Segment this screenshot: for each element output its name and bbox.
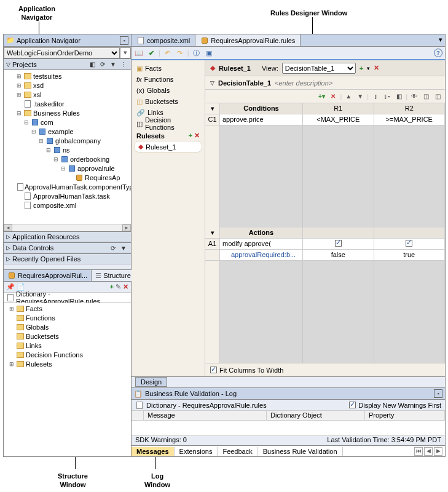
r1-condition-cell[interactable]: <MAX_PRICE	[303, 114, 374, 125]
add-ruleset-icon[interactable]: +	[189, 132, 192, 139]
scroll-right-icon[interactable]: ►	[122, 224, 131, 231]
tab-messages[interactable]: Messages	[132, 447, 175, 456]
scroll-left-icon[interactable]: ◄	[4, 224, 12, 231]
add-button[interactable]: +	[360, 65, 363, 72]
tree-node[interactable]: ⊟example	[5, 127, 130, 136]
add-icon[interactable]: +▾	[316, 92, 326, 101]
fit-columns-checkbox[interactable]	[210, 367, 217, 373]
filter-icon[interactable]: ▼	[108, 60, 118, 69]
nav-first-button[interactable]: ⏮	[414, 447, 423, 456]
col-r2-header[interactable]: R2	[374, 103, 446, 114]
refresh-icon[interactable]: ⟳	[98, 60, 108, 69]
projects-tree[interactable]: ⊞testsuites ⊞xsd ⊞xsl .taskeditor ⊟Busin…	[4, 70, 131, 224]
expand-icon[interactable]: ⊞	[9, 306, 15, 312]
r1-param-cell[interactable]: false	[303, 250, 374, 260]
projects-header[interactable]: ▽ Projects ◧ ⟳ ▼ ⋮	[4, 59, 131, 70]
design-tab[interactable]: Design	[135, 377, 167, 387]
toggle-icon[interactable]: ▣	[204, 48, 214, 58]
collapse-icon[interactable]: ⊟	[23, 119, 29, 125]
expand-icon[interactable]: ⊞	[9, 361, 15, 367]
tab-business-rule-validation[interactable]: Business Rule Validation	[258, 447, 343, 456]
toolbar-button[interactable]: ◧	[394, 92, 404, 101]
table-action-row[interactable]: A1 modify approve(	[205, 239, 445, 250]
tree-node[interactable]: .taskeditor	[5, 99, 130, 108]
collapse-icon[interactable]: ⊟	[45, 147, 52, 153]
tree-node[interactable]: ApprovalHumanTask.componentType	[5, 182, 130, 191]
sidebar-item-bucketsets[interactable]: ◫Bucketsets	[134, 96, 202, 107]
book-icon[interactable]: 📖	[134, 48, 144, 58]
nav-prev-button[interactable]: ◀	[424, 447, 433, 456]
tab-requires-approval-rules[interactable]: RequiresApprovalRule.rules	[195, 34, 301, 46]
accordion-app-resources[interactable]: ▷Application Resources	[4, 231, 131, 242]
collapse-icon[interactable]: ⊟	[16, 110, 22, 116]
move-up-icon[interactable]: ▲	[344, 92, 353, 101]
expand-icon[interactable]: ⊞	[16, 82, 22, 89]
tab-requires-approval[interactable]: RequiresApprovalRul...	[4, 270, 92, 281]
app-selector-menu-button[interactable]: ▾	[120, 47, 131, 58]
info-icon[interactable]: ⓘ	[192, 48, 202, 58]
col-property[interactable]: Property	[365, 411, 445, 420]
expand-toggle[interactable]: ▾	[205, 103, 220, 114]
collapse-icon[interactable]: ⊟	[60, 165, 66, 172]
collapse-icon[interactable]: ⊟	[38, 138, 44, 144]
r2-param-cell[interactable]: true	[374, 250, 446, 260]
redo-icon[interactable]: ↷	[175, 48, 185, 58]
tree-node[interactable]: ⊟com	[5, 117, 130, 127]
tree-node[interactable]: composite.xml	[5, 200, 130, 210]
toolbar-button[interactable]: ◫	[421, 92, 431, 101]
tree-node[interactable]: ⊞xsd	[5, 81, 130, 90]
delete-icon[interactable]: ✕	[328, 92, 338, 101]
col-r1-header[interactable]: R1	[303, 103, 374, 114]
condition-cell[interactable]: approve.price	[220, 114, 303, 125]
description-input[interactable]	[275, 78, 440, 88]
accordion-data-controls[interactable]: ▷Data Controls ⟳▼	[4, 242, 131, 253]
refresh-icon[interactable]: ⟳	[108, 243, 118, 253]
horizontal-scrollbar[interactable]: ◄ ►	[4, 224, 131, 231]
expand-toggle[interactable]: ▾	[205, 228, 220, 238]
tree-node[interactable]: ⊞Rulesets	[5, 359, 130, 368]
collapse-icon[interactable]: ⊟	[31, 129, 37, 135]
r2-condition-cell[interactable]: >=MAX_PRICE	[374, 114, 446, 125]
action-param-cell[interactable]: approvalRequired:b...	[220, 250, 303, 260]
tab-composite-xml[interactable]: composite.xml	[132, 34, 195, 46]
sidebar-item-globals[interactable]: (x)Globals	[134, 85, 202, 96]
toolbar-button[interactable]: ⫿	[371, 92, 380, 101]
tree-node[interactable]: ⊞xsl	[5, 90, 130, 99]
filter-icon[interactable]: ▼	[119, 243, 128, 253]
toolbar-button[interactable]: ⫿▾	[382, 92, 392, 101]
delete-button[interactable]: ✕	[374, 64, 379, 72]
app-selector-dropdown[interactable]: WebLogicFusionOrderDemo	[4, 47, 120, 58]
nav-next-button[interactable]: ▶	[434, 447, 442, 456]
panel-menu-button[interactable]: ▪	[434, 389, 442, 398]
tree-node[interactable]: ⊟approvalrule	[5, 164, 130, 173]
move-down-icon[interactable]: ▼	[355, 92, 365, 101]
tree-node[interactable]: ⊟orderbooking	[5, 154, 130, 164]
tree-node[interactable]: ApprovalHumanTask.task	[5, 191, 130, 200]
undo-icon[interactable]: ↶	[163, 48, 173, 58]
toolbar-button[interactable]: ◫	[433, 92, 442, 101]
r2-action-checkbox[interactable]	[374, 239, 446, 249]
pin-icon[interactable]: 📌	[6, 283, 15, 291]
r1-action-checkbox[interactable]	[303, 239, 374, 249]
tab-extensions[interactable]: Extensions	[175, 447, 218, 456]
table-condition-row[interactable]: C1 approve.price <MAX_PRICE >=MAX_PRICE	[205, 114, 445, 125]
toolbar-button[interactable]: ◧	[87, 60, 97, 69]
tree-node[interactable]: ⊟globalcompany	[5, 136, 130, 145]
tree-node[interactable]: RequiresAp	[5, 173, 130, 182]
toolbar-button[interactable]: ⋮	[119, 60, 128, 69]
sidebar-item-decision-functions[interactable]: ◫Decision Functions	[134, 118, 202, 129]
view-dropdown[interactable]: DecisionTable_1	[282, 63, 356, 74]
validate-icon[interactable]: ✔	[146, 48, 156, 58]
tree-node[interactable]: Globals	[5, 322, 130, 331]
help-icon[interactable]: ?	[434, 49, 442, 57]
tree-node[interactable]: ⊞testsuites	[5, 71, 130, 81]
panel-menu-button[interactable]: ▪	[120, 36, 128, 45]
tab-structure[interactable]: ☰Structure	[92, 270, 135, 281]
col-dict-obj[interactable]: Dictionary Object	[267, 411, 365, 420]
tree-node[interactable]: Decision Functions	[5, 350, 130, 359]
expand-icon[interactable]: ⊞	[16, 73, 22, 79]
action-cell[interactable]: modify approve(	[220, 239, 303, 249]
tab-menu-button[interactable]: ▾	[436, 34, 445, 46]
tab-feedback[interactable]: Feedback	[218, 447, 257, 456]
find-icon[interactable]: 👁	[409, 92, 419, 101]
